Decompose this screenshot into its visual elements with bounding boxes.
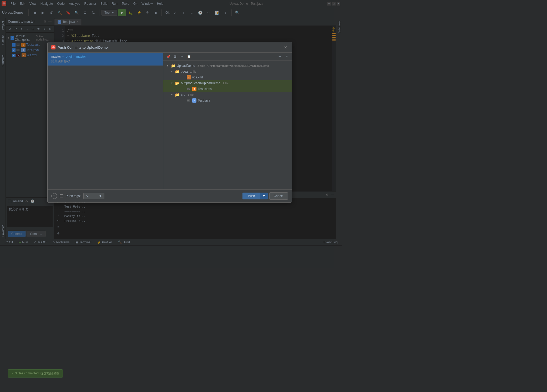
commit-branch-label: master → origin : master xyxy=(51,55,159,58)
mft-idea-folder-icon: 📂 xyxy=(175,69,180,74)
push-modal: 🧠 Push Commits to UploadDemo ✕ master → … xyxy=(47,42,292,203)
commit-branch-text: master → origin : master xyxy=(51,55,86,58)
mft-out-label: out\production\UploadDemo xyxy=(181,81,220,85)
help-button[interactable]: ? xyxy=(51,193,57,199)
mft-idea-arrow: ▼ xyxy=(171,70,174,73)
mft-idea-folder[interactable]: ▼ 📂 .idea 1 file xyxy=(163,69,292,74)
mft-out-count: 1 file xyxy=(222,82,229,85)
modal-file-tree: ▼ 📁 UploadDemo 3 files C:\Programming\Wo… xyxy=(163,61,292,189)
mft-src-folder[interactable]: ▼ 📂 src 1 file xyxy=(163,92,292,98)
tags-select[interactable]: All ▼ xyxy=(83,193,104,199)
modal-expand-button[interactable]: ⇔ xyxy=(277,54,283,59)
mft-testclass-file[interactable]: 01 C Test.class xyxy=(163,86,292,92)
modal-header: 🧠 Push Commits to UploadDemo ✕ xyxy=(48,42,292,53)
mft-idea-count: 1 file xyxy=(190,70,196,73)
mft-root-count: 3 files xyxy=(197,64,205,67)
push-dropdown-button[interactable]: ▼ xyxy=(260,193,268,199)
push-tags-label: Push tags: xyxy=(66,194,81,198)
tags-arrow: ▼ xyxy=(99,194,102,198)
mft-vcsxml-label: vcs.xml xyxy=(192,76,203,79)
mft-testjava-file[interactable]: 01 J Test.java xyxy=(163,98,292,103)
modal-filter2-button[interactable]: ≡ xyxy=(284,54,290,59)
mft-vcsxml-file[interactable]: X vcs.xml xyxy=(163,74,292,80)
commit-list-item-0[interactable]: master → origin : master 提交项目修改 xyxy=(48,53,163,66)
mft-vcsxml-icon: X xyxy=(187,75,191,79)
mft-root-folder-icon: 📁 xyxy=(171,64,175,68)
modal-title: Push Commits to UploadDemo xyxy=(58,46,281,49)
mft-testclass-label: Test.class xyxy=(198,87,212,91)
tags-value: All xyxy=(86,194,89,198)
modal-footer: ? Push tags: All ▼ Push ▼ Cancel xyxy=(48,189,292,202)
mft-src-label: src xyxy=(181,93,185,97)
modal-app-icon: 🧠 xyxy=(51,45,55,49)
cancel-button[interactable]: Cancel xyxy=(269,192,288,200)
modal-body: master → origin : master 提交项目修改 📌 ⊞ ✏ 📋 … xyxy=(48,53,292,189)
modal-edit-button[interactable]: ✏ xyxy=(179,54,185,59)
mft-out-folder[interactable]: ▼ 📂 out\production\UploadDemo 1 file xyxy=(163,80,292,86)
mft-out-folder-icon: 📂 xyxy=(175,81,180,85)
mft-root[interactable]: ▼ 📁 UploadDemo 3 files C:\Programming\Wo… xyxy=(163,63,292,69)
modal-commit-list-panel: master → origin : master 提交项目修改 xyxy=(48,53,163,189)
modal-close-button[interactable]: ✕ xyxy=(283,45,288,50)
mft-root-label: UploadDemo xyxy=(177,64,195,68)
modal-pin-button[interactable]: 📌 xyxy=(165,54,171,59)
modal-copy-button[interactable]: 📋 xyxy=(186,54,192,59)
mft-testjava-badge: 01 xyxy=(187,99,190,102)
mft-testjava-icon: J xyxy=(192,98,196,103)
mft-root-arrow: ▼ xyxy=(166,64,170,67)
modal-grid-button[interactable]: ⊞ xyxy=(172,54,178,59)
mft-testjava-label: Test.java xyxy=(198,99,210,102)
commit-msg-label: 提交项目修改 xyxy=(51,59,159,63)
mft-testclass-badge: 01 xyxy=(187,88,190,90)
mft-src-count: 1 file xyxy=(188,93,194,96)
push-button[interactable]: Push xyxy=(242,193,260,199)
mft-root-path: C:\Programming\Workspace\IDEA\UploadDemo xyxy=(207,64,269,67)
mft-src-arrow: ▼ xyxy=(171,93,174,96)
modal-right-toolbar: 📌 ⊞ ✏ 📋 ⇔ ≡ xyxy=(163,53,292,61)
modal-footer-right: Push ▼ Cancel xyxy=(242,192,288,200)
push-btn-group: Push ▼ xyxy=(242,193,267,199)
modal-commit-list: master → origin : master 提交项目修改 xyxy=(48,53,163,189)
mft-idea-label: .idea xyxy=(181,70,188,73)
modal-file-tree-panel: 📌 ⊞ ✏ 📋 ⇔ ≡ ▼ 📁 UploadDemo 3 files C:\Pr… xyxy=(163,53,292,189)
mft-out-arrow: ▼ xyxy=(171,82,174,84)
mft-testclass-icon: C xyxy=(192,87,196,91)
push-tags-checkbox[interactable] xyxy=(60,194,63,198)
mft-src-folder-icon: 📂 xyxy=(175,93,180,97)
